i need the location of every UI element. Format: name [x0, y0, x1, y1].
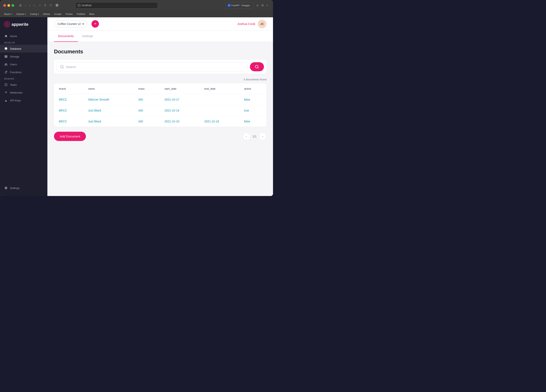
sidebar-toggle-icon[interactable]: ⊞ [18, 3, 22, 7]
cell-name[interactable]: Just Black [83, 105, 133, 116]
sidebar-item-users[interactable]: Users [0, 60, 47, 68]
sidebar-item-tasks[interactable]: Tasks [0, 81, 47, 89]
maximize-button[interactable] [12, 4, 14, 7]
shield-icon[interactable]: 🛡 [49, 3, 53, 7]
extension-k-icon[interactable]: ꝁ [44, 3, 47, 7]
tab-documents-label: Documents [58, 34, 74, 38]
search-btn-icon [255, 65, 259, 69]
project-name: Coffee Counter v2 [58, 22, 81, 26]
sidebar: appwrite Home DEVELOP Database [0, 17, 47, 196]
sidebar-item-storage[interactable]: Storage [0, 52, 47, 60]
settings-icon [4, 186, 8, 190]
tab-settings-label: Settings [82, 34, 93, 38]
browser-controls: ⊞ ‹ › ⌂ ☆ ꝁ 🛡 🅐 [18, 3, 59, 7]
col-name: name [83, 84, 133, 94]
svg-point-2 [6, 24, 7, 25]
gear-icon[interactable]: ⚙ [261, 4, 264, 7]
cell-active[interactable]: false [239, 94, 266, 105]
cell-mass[interactable]: 340 [133, 94, 160, 105]
cell-name[interactable]: Silencer Smooth [83, 94, 133, 105]
avatar: JC [258, 20, 266, 28]
cell-mass[interactable]: 340 [133, 105, 160, 116]
search-button[interactable] [250, 62, 264, 71]
results-count: 3 documents found [54, 78, 266, 81]
cell-start_date[interactable]: 2021-10-14 [159, 105, 199, 116]
add-project-button[interactable]: + [91, 20, 99, 28]
sidebar-item-settings[interactable]: Settings [0, 184, 47, 192]
col-mass: mass [133, 84, 160, 94]
cell-end_date[interactable]: 2021-10-16 [199, 116, 239, 127]
sidebar-item-home-label: Home [10, 35, 17, 38]
browser-frame: ⊞ ‹ › ⌂ ☆ ꝁ 🛡 🅐 ⬛ localhost F FastAPI - … [0, 0, 273, 196]
cell-mass[interactable]: 340 [133, 116, 160, 127]
documents-table: brand name mass start_date end_date acti… [54, 84, 266, 127]
external-tab[interactable]: F FastAPI - Swagge... [225, 2, 254, 8]
bookmark-google[interactable]: Google [52, 12, 63, 16]
webhooks-icon [4, 91, 8, 94]
bookmark-pubmed[interactable]: PubMed [75, 12, 87, 16]
sidebar-item-database[interactable]: Database [0, 45, 47, 52]
sidebar-item-tasks-label: Tasks [10, 83, 17, 86]
forward-icon[interactable]: › [28, 3, 31, 7]
cell-end_date[interactable] [199, 105, 239, 116]
bookmark-coding[interactable]: Coding ▾ [28, 12, 41, 16]
logo-text-light: app [12, 22, 19, 26]
user-name[interactable]: Joshua Cook [237, 22, 255, 26]
new-tab-icon[interactable]: + [266, 4, 268, 7]
extension-a-icon[interactable]: 🅐 [55, 3, 59, 7]
cell-brand[interactable]: BRCC [54, 105, 83, 116]
cell-brand[interactable]: BRCC [54, 116, 83, 127]
svg-point-3 [6, 92, 6, 93]
sidebar-item-webhooks[interactable]: Webhooks [0, 89, 47, 97]
add-document-button[interactable]: Add Document [54, 132, 86, 141]
external-tab-label: FastAPI - Swagge... [231, 4, 252, 7]
cell-active[interactable]: false [239, 116, 266, 127]
pagination-next-button[interactable]: › [259, 133, 266, 140]
search-input[interactable] [66, 65, 244, 69]
main-content: Coffee Counter v2 ▾ + Joshua Cook JC Doc… [47, 17, 273, 196]
tab-settings[interactable]: Settings [78, 31, 97, 42]
pagination-prev-button[interactable]: ‹ [243, 133, 250, 140]
table-row[interactable]: BRCCJust Black3402021-10-14true [54, 105, 266, 116]
address-bar[interactable]: ⬛ localhost [75, 2, 158, 8]
table-row[interactable]: BRCCSilencer Smooth3402021-10-17false [54, 94, 266, 105]
cell-brand[interactable]: BRCC [54, 94, 83, 105]
svg-point-4 [61, 65, 63, 68]
bookmark-meta[interactable]: Meta [88, 12, 96, 16]
cell-start_date[interactable]: 2021-10-17 [159, 94, 199, 105]
back-icon[interactable]: ‹ [24, 3, 27, 7]
sidebar-section-manage: MANAGE [0, 76, 47, 81]
home-icon[interactable]: ⌂ [32, 3, 36, 7]
tabs-bar: Documents Settings [47, 31, 273, 42]
cell-name[interactable]: Just Black [83, 116, 133, 127]
bookmark-bayes[interactable]: Bayes ▾ [2, 12, 14, 16]
table-row[interactable]: BRCCJust Black3402021-10-102021-10-16fal… [54, 116, 266, 127]
col-start-date: start_date [159, 84, 199, 94]
logo-text: appwrite [12, 22, 28, 27]
cell-start_date[interactable]: 2021-10-10 [159, 116, 199, 127]
users-icon [4, 62, 8, 66]
cell-active[interactable]: true [239, 105, 266, 116]
sidebar-item-home[interactable]: Home [0, 32, 47, 40]
sidebar-item-functions[interactable]: Functions [0, 68, 47, 76]
bookmark-pocket[interactable]: Pocket [64, 12, 74, 16]
user-section: Joshua Cook JC [237, 20, 266, 28]
minimize-button[interactable] [7, 4, 10, 7]
bookmark-github[interactable]: GitHub [41, 12, 52, 16]
search-container [54, 60, 266, 74]
address-bar-area: ⬛ localhost F FastAPI - Swagge... ⊙ ⚙ + [61, 2, 270, 8]
bookmark-icon[interactable]: ☆ [38, 3, 42, 7]
close-button[interactable] [3, 4, 6, 7]
tab-documents[interactable]: Documents [54, 31, 78, 42]
functions-icon [4, 70, 8, 74]
sidebar-item-users-label: Users [10, 63, 17, 66]
project-selector[interactable]: Coffee Counter v2 ▾ [54, 20, 87, 27]
sidebar-section-develop: DEVELOP [0, 40, 47, 45]
sidebar-item-webhooks-label: Webhooks [10, 91, 22, 94]
cell-end_date[interactable] [199, 94, 239, 105]
download-icon[interactable]: ⊙ [256, 4, 259, 7]
svg-point-5 [255, 65, 258, 68]
bookmark-classes[interactable]: Classes ▾ [15, 12, 28, 16]
sidebar-item-storage-label: Storage [10, 55, 19, 58]
sidebar-item-api-keys[interactable]: API Keys [0, 97, 47, 104]
